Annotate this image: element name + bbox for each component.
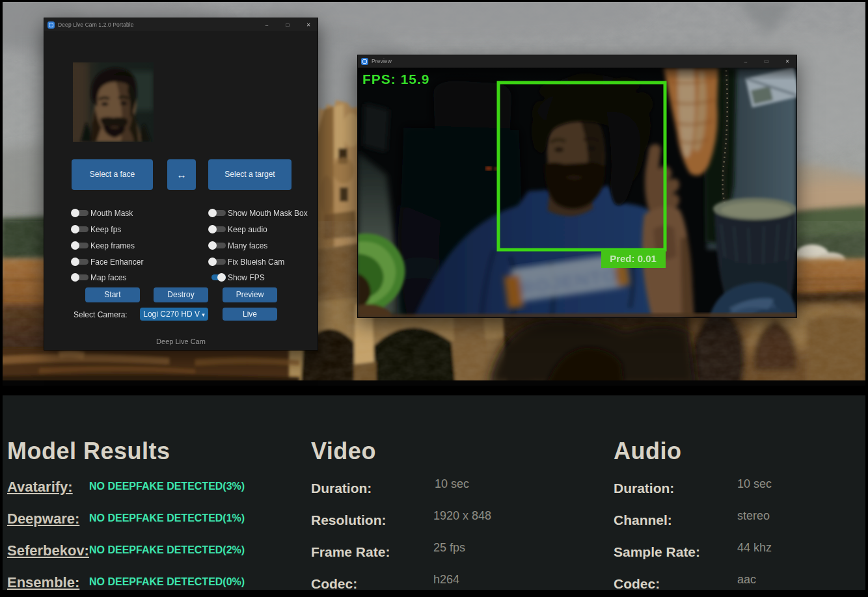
svg-text:Pred: 0.01: Pred: 0.01 xyxy=(610,253,657,264)
svg-text:FPS: 15.9: FPS: 15.9 xyxy=(362,72,430,86)
